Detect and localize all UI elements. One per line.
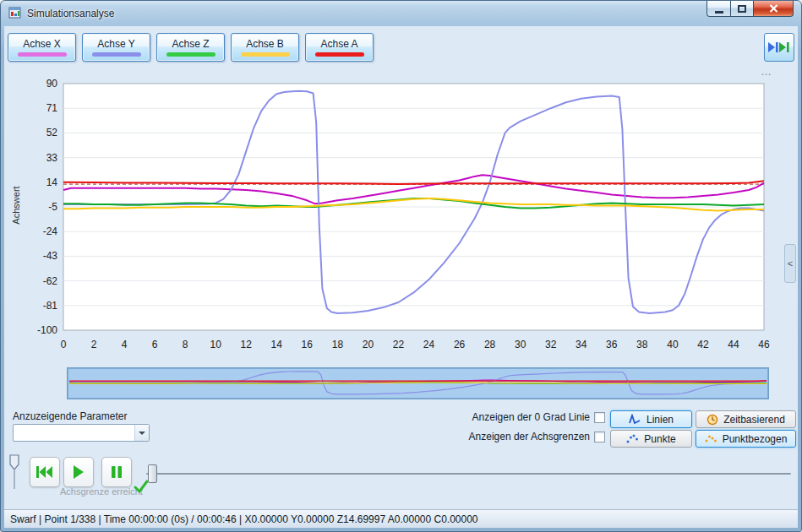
close-button[interactable]	[754, 1, 794, 17]
svg-text:18: 18	[332, 339, 344, 350]
parameter-combobox[interactable]	[13, 424, 150, 442]
svg-text:38: 38	[636, 339, 648, 350]
collapse-panel-handle[interactable]: <	[784, 244, 796, 283]
chevron-down-icon[interactable]	[134, 425, 149, 441]
zero-line-checkbox[interactable]	[594, 412, 605, 423]
parameter-label: Anzuzeigende Parameter	[13, 410, 127, 422]
svg-text:8: 8	[183, 339, 188, 350]
timeline-slider-track[interactable]	[146, 473, 791, 475]
axis-b-button[interactable]: Achse B	[231, 33, 299, 62]
axis-x-label: Achse X	[23, 38, 61, 50]
point-based-icon	[705, 433, 717, 444]
svg-text:26: 26	[454, 339, 466, 350]
svg-text:-81: -81	[43, 300, 58, 312]
axis-a-label: Achse A	[320, 38, 357, 50]
minimize-button[interactable]	[707, 1, 731, 17]
svg-text:28: 28	[484, 339, 496, 350]
zero-line-row: Anzeigen der 0 Grad Linie	[472, 411, 605, 423]
navigator-chart[interactable]	[68, 368, 768, 399]
timeline-marker[interactable]	[8, 453, 21, 491]
svg-text:40: 40	[667, 339, 679, 350]
minimize-icon	[715, 11, 723, 14]
punkte-label: Punkte	[644, 433, 675, 445]
range-navigator[interactable]	[67, 367, 769, 399]
svg-text:6: 6	[152, 339, 158, 350]
line-mode-icon	[629, 414, 641, 425]
svg-text:33: 33	[46, 152, 58, 164]
punkte-button[interactable]: Punkte	[610, 430, 692, 448]
status-text: Swarf | Point 1/338 | Time 00:00:00 (0s)…	[10, 513, 478, 525]
pause-button[interactable]	[101, 457, 132, 487]
svg-text:-62: -62	[43, 275, 58, 287]
title-bar[interactable]: Simulationsanalyse	[1, 1, 801, 26]
svg-text:22: 22	[393, 339, 405, 350]
svg-text:14: 14	[46, 176, 58, 188]
svg-text:4: 4	[122, 339, 128, 350]
axis-z-button[interactable]: Achse Z	[156, 33, 225, 62]
axis-a-button[interactable]: Achse A	[305, 33, 374, 62]
check-icon	[134, 479, 149, 494]
svg-text:-24: -24	[43, 225, 58, 237]
axis-limits-label: Anzeigen der Achsgrenzen	[469, 431, 590, 442]
axis-limit-reached-label: Achsgrenze erreicht	[60, 486, 143, 497]
client-area: Achse X Achse Y Achse Z Achse B Achse A …	[4, 26, 798, 528]
zeitbasierend-button[interactable]: Zeitbasierend	[696, 410, 796, 428]
linien-button[interactable]: Linien	[610, 410, 692, 428]
zeitbasierend-label: Zeitbasierend	[723, 414, 785, 426]
svg-text:52: 52	[46, 127, 58, 138]
svg-text:32: 32	[545, 339, 557, 350]
svg-text:2: 2	[91, 339, 97, 350]
window-title: Simulationsanalyse	[27, 8, 114, 19]
pause-icon	[110, 465, 123, 479]
punktbezogen-button[interactable]: Punktbezogen	[696, 430, 796, 448]
svg-text:20: 20	[363, 339, 374, 350]
svg-text:71: 71	[46, 102, 58, 114]
svg-text:46: 46	[758, 339, 770, 350]
svg-text:42: 42	[697, 339, 709, 350]
simulationsanalyse-window: Simulationsanalyse Achse X Achse Y Achse…	[0, 0, 802, 532]
svg-text:14: 14	[271, 339, 283, 350]
svg-text:12: 12	[241, 339, 253, 350]
points-mode-icon	[626, 433, 639, 444]
svg-text:24: 24	[423, 339, 435, 350]
svg-text:10: 10	[210, 339, 222, 350]
punktbezogen-label: Punktbezogen	[723, 433, 788, 445]
play-button[interactable]	[63, 457, 94, 487]
axis-z-label: Achse Z	[172, 38, 209, 50]
linien-label: Linien	[647, 414, 674, 426]
axis-b-color-bar	[241, 52, 290, 57]
svg-text:36: 36	[606, 339, 618, 350]
panel-grip[interactable]: …	[761, 65, 772, 78]
axis-x-color-bar	[18, 52, 67, 57]
main-chart[interactable]: 9071523314-5-24-43-62-81-100024681012141…	[18, 68, 772, 357]
svg-text:0: 0	[61, 339, 67, 350]
sync-axes-button[interactable]	[764, 33, 794, 62]
axis-z-color-bar	[166, 52, 216, 57]
axis-limits-row: Anzeigen der Achsgrenzen	[469, 431, 605, 442]
axis-y-color-bar	[92, 52, 141, 57]
clock-icon	[707, 414, 718, 426]
svg-text:90: 90	[46, 78, 58, 90]
maximize-button[interactable]	[731, 1, 754, 17]
svg-text:16: 16	[302, 339, 314, 350]
svg-text:-5: -5	[48, 201, 57, 213]
maximize-icon	[738, 5, 746, 13]
close-icon	[769, 4, 778, 13]
axis-b-label: Achse B	[246, 38, 284, 50]
skip-to-start-button[interactable]	[30, 457, 60, 487]
sync-arrows-icon	[768, 41, 790, 54]
status-bar: Swarf | Point 1/338 | Time 00:00:00 (0s)…	[4, 509, 798, 528]
zero-line-label: Anzeigen der 0 Grad Linie	[472, 411, 590, 423]
axis-x-button[interactable]: Achse X	[8, 33, 76, 62]
window-controls	[707, 1, 794, 17]
svg-text:-100: -100	[37, 324, 57, 336]
svg-text:44: 44	[728, 339, 739, 350]
skip-to-start-icon	[35, 465, 54, 479]
app-icon	[8, 6, 22, 19]
axis-a-color-bar	[315, 52, 364, 57]
play-icon	[72, 464, 85, 480]
timeline-slider-thumb[interactable]	[148, 464, 157, 483]
svg-text:34: 34	[576, 339, 587, 350]
axis-limits-checkbox[interactable]	[594, 432, 605, 442]
axis-y-button[interactable]: Achse Y	[82, 33, 150, 62]
